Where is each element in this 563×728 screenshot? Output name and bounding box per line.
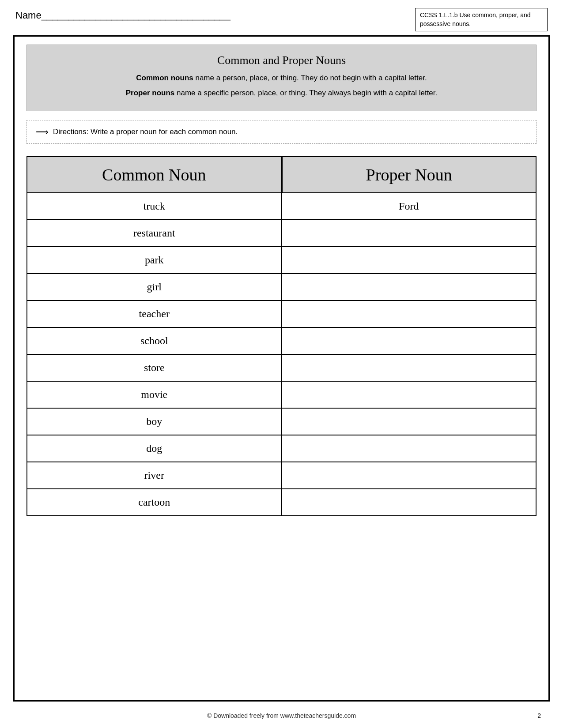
common-noun-cell: store: [27, 355, 282, 381]
proper-bold: Proper nouns: [126, 89, 175, 97]
top-border: [13, 35, 550, 37]
proper-noun-cell[interactable]: [282, 462, 536, 488]
table-row: river: [27, 462, 536, 488]
footer-copyright: © Downloaded freely from www.theteachers…: [207, 712, 356, 719]
proper-noun-cell[interactable]: [282, 220, 536, 246]
common-noun-description: Common nouns name a person, place, or th…: [40, 72, 523, 84]
noun-table: Common Noun Proper Noun truckFordrestaur…: [26, 156, 537, 516]
proper-noun-cell[interactable]: [282, 301, 536, 327]
common-noun-cell: boy: [27, 409, 282, 435]
proper-noun-cell[interactable]: [282, 489, 536, 515]
name-underline: ___________________________________: [42, 10, 230, 21]
table-row: store: [27, 354, 536, 381]
proper-noun-cell[interactable]: Ford: [282, 193, 536, 219]
proper-noun-cell[interactable]: [282, 328, 536, 354]
standards-box: CCSS 1.L.1.b Use common, proper, and pos…: [415, 8, 548, 31]
common-noun-cell: restaurant: [27, 220, 282, 246]
proper-noun-cell[interactable]: [282, 274, 536, 300]
directions-text: Directions: Write a proper noun for each…: [53, 128, 238, 136]
proper-noun-description: Proper nouns name a specific person, pla…: [40, 87, 523, 99]
proper-noun-cell[interactable]: [282, 382, 536, 408]
common-noun-cell: park: [27, 247, 282, 273]
common-noun-cell: dog: [27, 435, 282, 462]
common-noun-cell: truck: [27, 193, 282, 219]
name-field: Name___________________________________: [15, 8, 230, 21]
header: Name___________________________________ …: [0, 0, 563, 31]
table-header: Common Noun Proper Noun: [26, 156, 537, 193]
table-row: teacher: [27, 300, 536, 327]
right-border: [548, 35, 550, 702]
info-title: Common and Proper Nouns: [40, 54, 523, 67]
main-content: Common and Proper Nouns Common nouns nam…: [0, 36, 563, 516]
footer: © Downloaded freely from www.theteachers…: [0, 712, 563, 719]
page: Name___________________________________ …: [0, 0, 563, 728]
common-noun-cell: teacher: [27, 301, 282, 327]
table-row: truckFord: [27, 193, 536, 219]
proper-noun-cell[interactable]: [282, 247, 536, 273]
common-noun-cell: school: [27, 328, 282, 354]
proper-noun-cell[interactable]: [282, 409, 536, 435]
common-noun-cell: girl: [27, 274, 282, 300]
common-noun-cell: river: [27, 462, 282, 488]
table-row: school: [27, 327, 536, 354]
common-noun-cell: cartoon: [27, 489, 282, 515]
standards-text: CCSS 1.L.1.b Use common, proper, and pos…: [420, 11, 531, 27]
directions-box: ⟹ Directions: Write a proper noun for ea…: [26, 120, 537, 144]
table-row: dog: [27, 435, 536, 462]
proper-rest: name a specific person, place, or thing.…: [174, 89, 437, 97]
name-label: Name: [15, 10, 42, 21]
common-rest: name a person, place, or thing. They do …: [193, 74, 427, 82]
table-row: girl: [27, 273, 536, 300]
bottom-border: [13, 700, 550, 702]
proper-noun-cell[interactable]: [282, 435, 536, 462]
table-row: park: [27, 246, 536, 273]
table-body: truckFordrestaurantparkgirlteacherschool…: [26, 193, 537, 516]
table-row: movie: [27, 381, 536, 408]
footer-page-number: 2: [537, 712, 541, 719]
proper-noun-cell[interactable]: [282, 355, 536, 381]
common-noun-header: Common Noun: [26, 156, 282, 193]
proper-noun-header: Proper Noun: [282, 156, 537, 193]
table-row: boy: [27, 408, 536, 435]
info-box: Common and Proper Nouns Common nouns nam…: [26, 45, 537, 111]
left-border: [13, 35, 15, 702]
common-bold: Common nouns: [136, 74, 193, 82]
common-noun-cell: movie: [27, 382, 282, 408]
arrow-icon: ⟹: [36, 127, 49, 137]
table-row: restaurant: [27, 219, 536, 246]
table-row: cartoon: [27, 488, 536, 515]
